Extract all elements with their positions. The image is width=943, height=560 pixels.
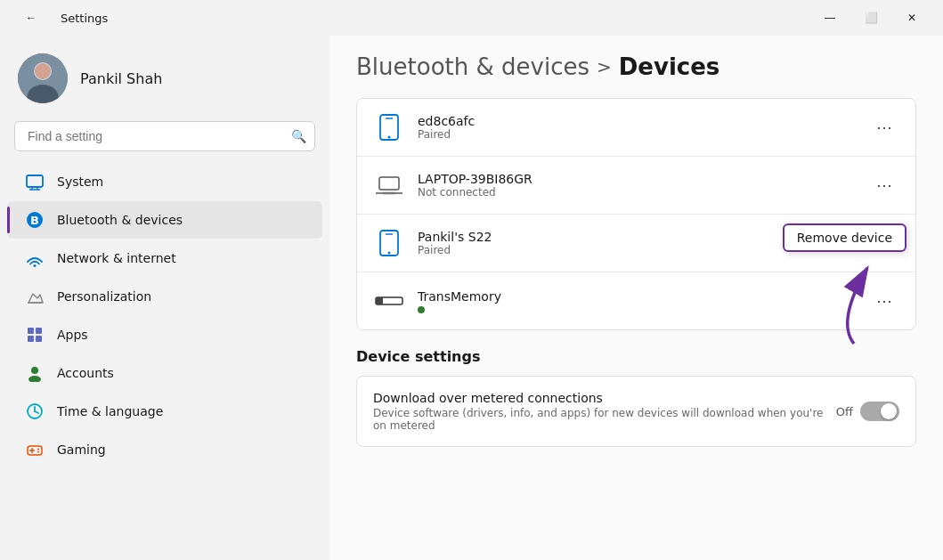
- device-menu-button-transmemory[interactable]: ⋯: [869, 288, 899, 314]
- sidebar-item-label-personalization: Personalization: [57, 289, 151, 304]
- gaming-icon: [25, 440, 45, 459]
- svg-rect-37: [376, 297, 383, 304]
- system-icon: [25, 172, 45, 191]
- sidebar-item-gaming[interactable]: Gaming: [7, 431, 322, 468]
- device-name: ed8c6afc: [418, 114, 869, 128]
- svg-point-3: [35, 63, 51, 79]
- device-icon-laptop: [373, 169, 405, 201]
- breadcrumb-separator: >: [597, 56, 612, 77]
- network-icon: [25, 248, 45, 268]
- sidebar-item-label-time: Time & language: [57, 404, 163, 418]
- sidebar-item-label-apps: Apps: [57, 328, 88, 342]
- svg-text:B: B: [30, 214, 39, 227]
- sidebar-item-label-system: System: [57, 174, 103, 189]
- device-item: TransMemory⋯: [357, 272, 915, 329]
- device-item: Pankil's S22Paired⋯Remove device: [357, 215, 915, 272]
- accounts-icon: [25, 363, 45, 383]
- sidebar-item-time[interactable]: Time & language: [7, 393, 322, 430]
- sidebar-item-bluetooth[interactable]: BBluetooth & devices: [7, 201, 322, 239]
- settings-card: Download over metered connectionsDevice …: [356, 376, 916, 447]
- device-icon-s22: [373, 227, 405, 259]
- search-box: 🔍: [14, 121, 315, 151]
- nav-list: SystemBBluetooth & devicesNetwork & inte…: [0, 162, 329, 469]
- app-body: Pankil Shah 🔍 SystemBBluetooth & devices…: [0, 36, 943, 560]
- window-controls: — ⬜ ✕: [809, 4, 932, 32]
- svg-point-18: [28, 376, 41, 382]
- toggle-knob: [881, 403, 897, 419]
- sidebar-item-label-gaming: Gaming: [57, 442, 106, 457]
- sidebar-item-network[interactable]: Network & internet: [7, 239, 322, 277]
- device-name: TransMemory: [418, 289, 869, 304]
- device-status: Paired: [418, 128, 869, 141]
- device-list: ed8c6afcPaired⋯LAPTOP-39BI86GRNot connec…: [356, 98, 916, 330]
- svg-point-17: [31, 367, 38, 374]
- device-status: Not connected: [418, 186, 869, 199]
- sidebar-item-label-network: Network & internet: [57, 251, 176, 265]
- sidebar-item-personalization[interactable]: Personalization: [7, 278, 322, 315]
- setting-name: Download over metered connections: [373, 391, 836, 405]
- main-content: Bluetooth & devices > Devices ed8c6afcPa…: [329, 36, 943, 560]
- device-icon-transmemory: [373, 285, 405, 317]
- toggle-switch[interactable]: [860, 402, 899, 421]
- section-title: Device settings: [356, 348, 916, 365]
- svg-rect-14: [36, 328, 42, 334]
- back-button[interactable]: ←: [11, 4, 52, 32]
- svg-rect-5: [27, 175, 43, 187]
- sidebar-item-label-bluetooth: Bluetooth & devices: [57, 213, 183, 227]
- personalization-icon: [25, 287, 45, 306]
- svg-point-35: [388, 252, 391, 255]
- search-input[interactable]: [14, 121, 315, 151]
- titlebar: ← Settings — ⬜ ✕: [0, 0, 943, 36]
- user-name: Pankil Shah: [80, 70, 162, 87]
- sidebar-item-apps[interactable]: Apps: [7, 316, 322, 353]
- device-info-ed8c6afc: ed8c6afcPaired: [418, 114, 869, 141]
- device-info-transmemory: TransMemory: [418, 289, 869, 313]
- maximize-button[interactable]: ⬜: [850, 4, 891, 32]
- svg-point-11: [34, 264, 37, 267]
- svg-point-25: [37, 449, 39, 450]
- device-info-laptop: LAPTOP-39BI86GRNot connected: [418, 172, 869, 199]
- sidebar-item-accounts[interactable]: Accounts: [7, 354, 322, 392]
- device-menu-button-ed8c6afc[interactable]: ⋯: [869, 114, 899, 141]
- svg-line-21: [35, 411, 38, 413]
- user-profile: Pankil Shah: [0, 45, 329, 121]
- bluetooth-icon: B: [25, 210, 45, 230]
- remove-device-popup[interactable]: Remove device: [783, 223, 906, 252]
- svg-rect-13: [28, 328, 34, 334]
- breadcrumb-parent: Bluetooth & devices: [356, 53, 589, 80]
- breadcrumb-current: Devices: [619, 53, 720, 80]
- svg-point-29: [388, 136, 391, 139]
- svg-rect-16: [36, 336, 42, 342]
- search-icon: 🔍: [291, 129, 306, 143]
- close-button[interactable]: ✕: [891, 4, 932, 32]
- avatar-image: [18, 53, 68, 103]
- sidebar: Pankil Shah 🔍 SystemBBluetooth & devices…: [0, 36, 329, 560]
- breadcrumb: Bluetooth & devices > Devices: [356, 53, 916, 80]
- device-icon-ed8c6afc: [373, 111, 405, 143]
- svg-rect-15: [28, 336, 34, 342]
- setting-row: Download over metered connectionsDevice …: [357, 377, 915, 446]
- svg-rect-30: [379, 177, 399, 190]
- apps-icon: [25, 325, 45, 345]
- toggle-label: Off: [836, 405, 853, 418]
- titlebar-left: ← Settings: [11, 4, 108, 32]
- svg-point-26: [37, 451, 39, 453]
- connected-dot: [418, 306, 425, 313]
- minimize-button[interactable]: —: [809, 4, 850, 32]
- device-item: LAPTOP-39BI86GRNot connected⋯: [357, 157, 915, 215]
- device-name: LAPTOP-39BI86GR: [418, 172, 869, 186]
- time-icon: [25, 402, 45, 421]
- sidebar-item-label-accounts: Accounts: [57, 366, 114, 380]
- setting-desc: Device software (drivers, info, and apps…: [373, 407, 836, 432]
- app-title: Settings: [61, 12, 108, 25]
- device-item: ed8c6afcPaired⋯: [357, 99, 915, 157]
- avatar: [18, 53, 68, 103]
- sidebar-item-system[interactable]: System: [7, 163, 322, 200]
- device-menu-button-laptop[interactable]: ⋯: [869, 172, 899, 199]
